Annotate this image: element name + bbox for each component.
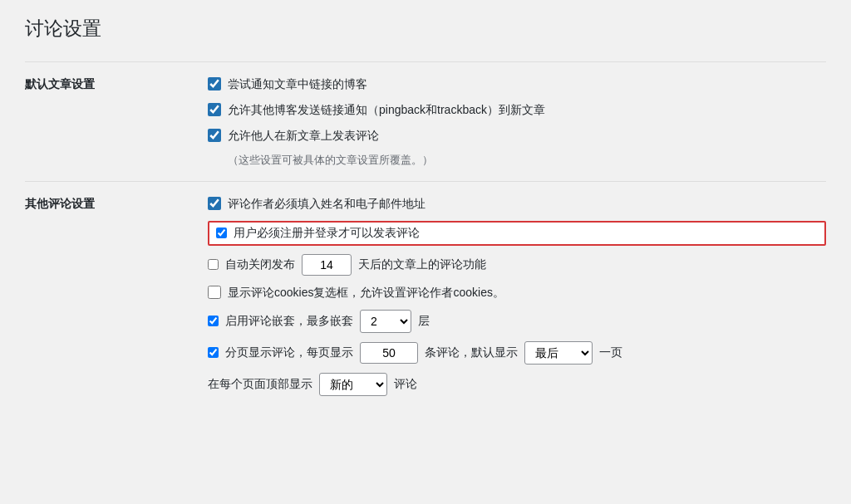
checkbox-paginate-row: 分页显示评论，每页显示 条评论，默认显示 第一 最后 一页 bbox=[208, 341, 826, 365]
paginate-post-text: 一页 bbox=[599, 345, 622, 360]
checkbox-allow-comments-input[interactable] bbox=[208, 129, 221, 142]
checkbox-auto-close-row: 自动关闭发布 天后的文章上的评论功能 bbox=[208, 254, 826, 276]
paginate-count-input[interactable] bbox=[360, 342, 418, 364]
checkbox-nesting-row: 启用评论嵌套，最多嵌套 1 2 3 4 5 层 bbox=[208, 310, 826, 333]
nesting-post-text: 层 bbox=[418, 314, 430, 329]
checkbox-nesting-input[interactable] bbox=[208, 316, 219, 326]
page-title: 讨论设置 bbox=[25, 17, 826, 42]
checkbox-paginate-input[interactable] bbox=[208, 347, 219, 358]
checkbox-show-cookies-label: 显示评论cookies复选框，允许设置评论作者cookies。 bbox=[228, 284, 504, 301]
checkbox-pingback-label: 允许其他博客发送链接通知（pingback和trackback）到新文章 bbox=[228, 101, 545, 119]
default-settings-note: （这些设置可被具体的文章设置所覆盖。） bbox=[208, 153, 826, 168]
checkbox-allow-comments-label: 允许他人在新文章上发表评论 bbox=[228, 127, 379, 144]
auto-close-post-text: 天后的文章上的评论功能 bbox=[358, 257, 486, 272]
paginate-pre-text: 分页显示评论，每页显示 bbox=[225, 345, 353, 360]
checkbox-notify-linked: 尝试通知文章中链接的博客 bbox=[208, 76, 826, 93]
paginate-mid-text: 条评论，默认显示 bbox=[425, 345, 518, 360]
section-content-default: 尝试通知文章中链接的博客 允许其他博客发送链接通知（pingback和track… bbox=[208, 76, 826, 168]
checkbox-allow-comments: 允许他人在新文章上发表评论 bbox=[208, 127, 826, 144]
checkbox-pingback: 允许其他博客发送链接通知（pingback和trackback）到新文章 bbox=[208, 101, 826, 119]
auto-close-days-input[interactable] bbox=[302, 254, 352, 276]
paginate-default-select[interactable]: 第一 最后 bbox=[524, 341, 593, 365]
settings-container: 默认文章设置 尝试通知文章中链接的博客 允许其他博客发送链接通知（pingbac… bbox=[25, 61, 826, 409]
checkbox-require-login-input[interactable] bbox=[216, 228, 227, 238]
checkbox-notify-input[interactable] bbox=[208, 77, 221, 91]
checkbox-require-login-row: 用户必须注册并登录才可以发表评论 bbox=[208, 221, 826, 246]
section-content-other: 评论作者必须填入姓名和电子邮件地址 用户必须注册并登录才可以发表评论 自动关闭发… bbox=[208, 195, 826, 396]
checkbox-require-login-label: 用户必须注册并登录才可以发表评论 bbox=[234, 226, 420, 241]
auto-close-pre-text: 自动关闭发布 bbox=[225, 257, 295, 272]
top-comment-pre-text: 在每个页面顶部显示 bbox=[208, 377, 312, 392]
top-comment-select[interactable]: 新的 旧的 bbox=[319, 373, 387, 396]
top-comment-post-text: 评论 bbox=[394, 377, 417, 392]
section-label-default: 默认文章设置 bbox=[25, 76, 208, 92]
top-comment-row: 在每个页面顶部显示 新的 旧的 评论 bbox=[208, 373, 826, 396]
checkbox-show-cookies: 显示评论cookies复选框，允许设置评论作者cookies。 bbox=[208, 284, 826, 301]
checkbox-auto-close-input[interactable] bbox=[208, 259, 219, 270]
section-default-article: 默认文章设置 尝试通知文章中链接的博客 允许其他博客发送链接通知（pingbac… bbox=[25, 61, 826, 181]
checkbox-show-cookies-input[interactable] bbox=[208, 286, 221, 299]
checkbox-require-name-input[interactable] bbox=[208, 197, 221, 210]
nesting-level-select[interactable]: 1 2 3 4 5 bbox=[360, 310, 411, 333]
nesting-pre-text: 启用评论嵌套，最多嵌套 bbox=[225, 314, 353, 329]
checkbox-require-name: 评论作者必须填入姓名和电子邮件地址 bbox=[208, 195, 826, 213]
checkbox-require-name-label: 评论作者必须填入姓名和电子邮件地址 bbox=[228, 195, 426, 213]
section-label-other: 其他评论设置 bbox=[25, 195, 208, 212]
section-other-comment: 其他评论设置 评论作者必须填入姓名和电子邮件地址 用户必须注册并登录才可以发表评… bbox=[25, 181, 826, 409]
checkbox-notify-label: 尝试通知文章中链接的博客 bbox=[228, 76, 367, 93]
checkbox-pingback-input[interactable] bbox=[208, 103, 221, 116]
